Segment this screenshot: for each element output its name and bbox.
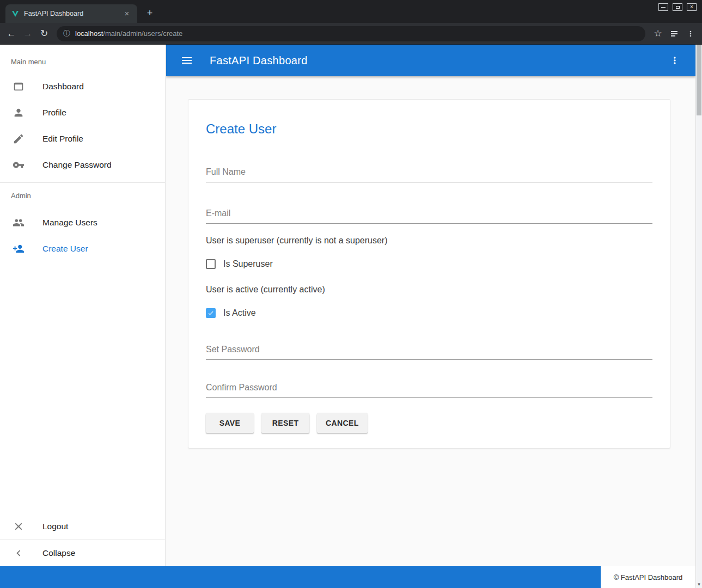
window-controls: × xyxy=(658,3,697,11)
sidebar-item-change-password[interactable]: Change Password xyxy=(0,152,165,178)
full-name-field-wrap xyxy=(206,167,652,182)
sidebar-item-label: Create User xyxy=(42,244,88,254)
people-icon xyxy=(12,216,25,229)
site-info-icon[interactable]: ⓘ xyxy=(63,29,70,39)
sidebar-item-collapse[interactable]: Collapse xyxy=(0,540,165,566)
new-tab-button[interactable]: + xyxy=(144,8,156,20)
sidebar-bottom: Logout Collapse xyxy=(0,513,165,566)
tab-close-icon[interactable]: × xyxy=(122,9,132,19)
appbar-kebab-icon[interactable] xyxy=(666,52,683,69)
pencil-icon xyxy=(12,132,25,145)
url-text: localhost/main/admin/users/create xyxy=(75,29,182,38)
sidebar-item-logout[interactable]: Logout xyxy=(0,513,165,540)
sidebar-item-label: Dashboard xyxy=(42,82,84,91)
url-bar[interactable]: ⓘ localhost/main/admin/users/create xyxy=(57,26,645,41)
is-active-label[interactable]: Is Active xyxy=(223,308,256,318)
main-area: FastAPI Dashboard Create User User is su… xyxy=(166,45,695,566)
sidebar-item-label: Collapse xyxy=(42,548,75,558)
sidebar-item-label: Logout xyxy=(42,522,68,531)
create-user-card: Create User User is superuser (currently… xyxy=(188,99,670,449)
browser-extra-icon[interactable] xyxy=(666,26,682,42)
browser-tab[interactable]: FastAPI Dashboard × xyxy=(5,4,137,23)
content-area: Create User User is superuser (currently… xyxy=(166,76,695,566)
superuser-hint: User is superuser (currently is not a su… xyxy=(206,236,652,246)
superuser-checkbox-row: Is Superuser xyxy=(206,259,652,270)
save-button[interactable]: SAVE xyxy=(206,413,254,433)
sidebar-item-create-user[interactable]: Create User xyxy=(0,236,165,262)
email-field[interactable] xyxy=(206,209,652,224)
sidebar-item-manage-users[interactable]: Manage Users xyxy=(0,210,165,236)
scrollbar-thumb[interactable] xyxy=(697,45,701,115)
browser-menu-kebab-icon[interactable] xyxy=(682,26,699,42)
chevron-left-icon xyxy=(12,547,25,560)
page-scrollbar[interactable]: ▾ xyxy=(695,45,702,588)
sidebar-item-label: Edit Profile xyxy=(42,134,83,144)
active-hint: User is active (currently active) xyxy=(206,285,652,295)
key-icon xyxy=(12,158,25,171)
set-password-field[interactable] xyxy=(206,345,652,360)
sidebar-item-label: Profile xyxy=(42,108,66,118)
sidebar-item-dashboard[interactable]: Dashboard xyxy=(0,74,165,100)
sidebar-item-edit-profile[interactable]: Edit Profile xyxy=(0,126,165,152)
confirm-password-field[interactable] xyxy=(206,383,652,398)
window-maximize-button[interactable] xyxy=(673,3,682,11)
form-buttons: SAVE RESET CANCEL xyxy=(206,413,652,433)
page-footer: © FastAPI Dashboard xyxy=(0,566,695,588)
appbar-title: FastAPI Dashboard xyxy=(210,54,652,67)
confirm-password-field-wrap xyxy=(206,383,652,398)
window-minimize-button[interactable] xyxy=(658,3,668,11)
is-superuser-checkbox[interactable] xyxy=(206,259,216,269)
vuetify-favicon-icon xyxy=(11,9,20,18)
url-path: /main/admin/users/create xyxy=(103,29,182,38)
sidebar-item-label: Change Password xyxy=(42,160,112,170)
set-password-field-wrap xyxy=(206,345,652,360)
footer-copyright: © FastAPI Dashboard xyxy=(601,566,695,588)
dashboard-icon xyxy=(12,80,25,93)
url-host: localhost xyxy=(75,29,103,38)
bookmark-star-icon[interactable]: ☆ xyxy=(650,26,666,42)
browser-toolbar: ← → ↻ ⓘ localhost/main/admin/users/creat… xyxy=(0,23,702,45)
active-checkbox-row: Is Active xyxy=(206,308,652,318)
sidebar-section-main-menu: Main menu xyxy=(0,45,165,74)
full-name-field[interactable] xyxy=(206,167,652,182)
window-close-button[interactable]: × xyxy=(687,3,697,11)
forward-icon[interactable]: → xyxy=(20,26,36,42)
page: Main menu Dashboard Profile Edit Profile… xyxy=(0,45,702,588)
sidebar-item-label: Manage Users xyxy=(42,218,97,228)
person-add-icon xyxy=(12,242,25,255)
browser-titlebar: FastAPI Dashboard × + × xyxy=(0,0,702,23)
sidebar-item-profile[interactable]: Profile xyxy=(0,100,165,126)
is-superuser-label[interactable]: Is Superuser xyxy=(223,259,273,269)
sidebar: Main menu Dashboard Profile Edit Profile… xyxy=(0,45,166,566)
is-active-checkbox[interactable] xyxy=(206,308,216,318)
app-bar: FastAPI Dashboard xyxy=(166,45,695,76)
scrollbar-down-arrow-icon[interactable]: ▾ xyxy=(696,581,702,587)
person-icon xyxy=(12,106,25,119)
page-title: Create User xyxy=(206,121,652,137)
email-field-wrap xyxy=(206,209,652,224)
sidebar-section-admin: Admin xyxy=(0,183,165,210)
tab-title: FastAPI Dashboard xyxy=(24,10,122,17)
back-icon[interactable]: ← xyxy=(3,26,20,42)
close-icon xyxy=(12,520,25,533)
hamburger-menu-icon[interactable] xyxy=(178,52,196,69)
reset-button[interactable]: RESET xyxy=(261,413,309,433)
reload-icon[interactable]: ↻ xyxy=(36,26,52,42)
cancel-button[interactable]: CANCEL xyxy=(317,413,368,433)
